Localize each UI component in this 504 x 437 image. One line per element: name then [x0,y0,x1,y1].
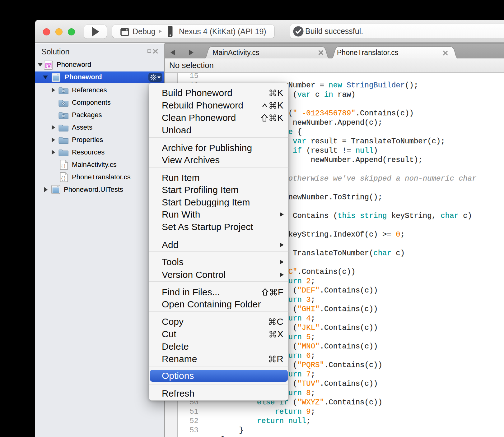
svg-text:{ }: { } [61,176,66,181]
svg-text:{ }: { } [61,163,66,168]
